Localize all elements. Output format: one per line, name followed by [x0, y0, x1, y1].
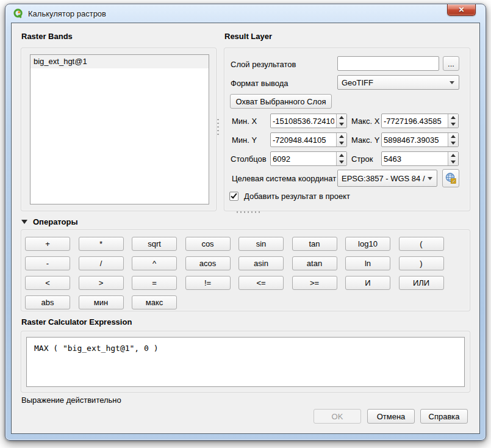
close-icon: ✕: [458, 6, 464, 13]
xmax-input[interactable]: [382, 114, 448, 128]
globe-edit-icon: [445, 172, 457, 184]
xmin-spinbox: [270, 114, 347, 128]
ok-button[interactable]: OK: [314, 409, 361, 424]
close-button[interactable]: ✕: [447, 4, 476, 16]
raster-bands-title: Raster Bands: [21, 32, 73, 41]
spin-down-button[interactable]: [448, 140, 458, 146]
raster-bands-list[interactable]: big_ext_hgt@1: [30, 54, 209, 204]
operator-button->[interactable]: >: [79, 276, 124, 290]
operator-button-acos[interactable]: acos: [185, 256, 231, 270]
chevron-down-icon: [428, 177, 432, 180]
operator-button-asin[interactable]: asin: [238, 256, 284, 270]
operator-button-cos[interactable]: cos: [185, 237, 231, 251]
expression-input[interactable]: MAX ( "big_ext_hgt@1", 0 ): [26, 337, 465, 387]
horizontal-splitter-handle[interactable]: [236, 211, 260, 214]
output-layer-label: Слой результатов: [231, 60, 296, 69]
ymax-input[interactable]: [382, 133, 448, 146]
operator-button-([interactable]: (: [399, 237, 444, 251]
operator-button->=[interactable]: >=: [292, 276, 337, 290]
operator-button-^[interactable]: ^: [132, 256, 177, 270]
operator-button-макс[interactable]: макс: [132, 295, 177, 309]
columns-label: Столбцов: [231, 154, 267, 164]
add-result-to-project-row: Добавить результат в проект: [229, 192, 350, 201]
select-crs-button[interactable]: [442, 169, 459, 187]
spin-down-button[interactable]: [337, 140, 346, 146]
titlebar[interactable]: Калькулятор растров: [5, 4, 486, 23]
expression-title: Raster Calculator Expression: [21, 317, 132, 327]
collapse-arrow-icon: [21, 220, 27, 224]
add-result-to-project-label: Добавить результат в проект: [244, 192, 350, 201]
columns-spinbox: [270, 151, 347, 166]
operator-button-/[interactable]: /: [79, 256, 124, 270]
rows-spinbox: [381, 151, 459, 166]
operator-button-*[interactable]: *: [79, 237, 124, 251]
add-result-to-project-checkbox[interactable]: [229, 192, 238, 201]
help-button[interactable]: Справка: [420, 409, 468, 424]
ymin-label: Мин. Y: [232, 135, 257, 145]
check-icon: [231, 192, 237, 199]
rows-label: Строк: [351, 154, 373, 164]
operator-button-log10[interactable]: log10: [345, 237, 390, 251]
target-crs-label: Целевая система координат: [232, 174, 336, 183]
ymax-spinbox: [381, 132, 459, 147]
cancel-button[interactable]: Отмена: [367, 409, 415, 424]
operator-button-!=[interactable]: !=: [185, 276, 231, 290]
operator-button-sqrt[interactable]: sqrt: [132, 237, 177, 251]
operator-button-И[interactable]: И: [345, 276, 390, 290]
raster-band-item[interactable]: big_ext_hgt@1: [30, 55, 209, 68]
spin-down-button[interactable]: [448, 121, 458, 128]
vertical-splitter-handle[interactable]: [217, 118, 220, 135]
output-format-combo[interactable]: GeoTIFF: [337, 75, 459, 90]
raster-calculator-window: Калькулятор растров ✕ Raster Bands big_e…: [5, 4, 486, 441]
operator-button-=[interactable]: =: [132, 276, 177, 290]
output-format-value: GeoTIFF: [342, 78, 373, 87]
operator-button-<[interactable]: <: [25, 276, 70, 290]
expression-group: MAX ( "big_ext_hgt@1", 0 ): [21, 331, 470, 392]
target-crs-combo[interactable]: EPSG:3857 - WGS 84 /: [337, 170, 437, 187]
ymax-label: Макс. Y: [351, 135, 379, 145]
operator-button--[interactable]: -: [25, 256, 70, 270]
spin-up-button[interactable]: [448, 114, 458, 121]
operator-button-ИЛИ[interactable]: ИЛИ: [399, 276, 444, 290]
operator-button-+[interactable]: +: [25, 237, 70, 251]
spin-up-button[interactable]: [337, 133, 346, 140]
operator-button-)[interactable]: ): [399, 256, 444, 270]
operator-button-tan[interactable]: tan: [292, 237, 337, 251]
xmin-label: Мин. X: [232, 117, 257, 126]
ymin-input[interactable]: [271, 133, 336, 146]
dialog-body: Raster Bands big_ext_hgt@1 Result Layer …: [11, 23, 480, 434]
browse-button[interactable]: ...: [443, 56, 459, 71]
spin-up-button[interactable]: [337, 114, 346, 121]
spin-down-button[interactable]: [448, 159, 458, 165]
operators-group: +*sqrtcossintanlog10(-/^acosasinatanln)<…: [21, 229, 470, 311]
operator-button-atan[interactable]: atan: [292, 256, 337, 270]
spin-down-button[interactable]: [337, 159, 346, 165]
target-crs-value: EPSG:3857 - WGS 84 /: [342, 174, 425, 183]
output-layer-input[interactable]: [337, 56, 439, 71]
spin-down-button[interactable]: [337, 121, 346, 128]
spin-up-button[interactable]: [448, 152, 458, 159]
operator-button-мин[interactable]: мин: [79, 295, 124, 309]
operator-button-<=[interactable]: <=: [238, 276, 284, 290]
operators-header[interactable]: Операторы: [21, 217, 78, 226]
columns-input[interactable]: [271, 152, 336, 165]
window-title: Калькулятор растров: [28, 9, 106, 18]
operator-button-sin[interactable]: sin: [238, 237, 284, 251]
chevron-down-icon: [450, 81, 454, 84]
expression-status: Выражение действительно: [21, 396, 121, 405]
spin-up-button[interactable]: [448, 133, 458, 140]
xmax-label: Макс. X: [351, 117, 379, 126]
xmin-input[interactable]: [271, 114, 336, 128]
qgis-logo-icon: [13, 8, 24, 19]
spin-up-button[interactable]: [337, 152, 346, 159]
operator-button-abs[interactable]: abs: [25, 295, 70, 309]
xmax-spinbox: [381, 114, 459, 128]
result-layer-title: Result Layer: [224, 32, 272, 41]
rows-input[interactable]: [382, 152, 448, 165]
current-layer-extent-button[interactable]: Охват Выбранного Слоя: [230, 94, 332, 109]
operator-button-ln[interactable]: ln: [345, 256, 390, 270]
operators-grid: +*sqrtcossintanlog10(-/^acosasinatanln)<…: [25, 237, 466, 315]
ymin-spinbox: [270, 132, 347, 147]
operators-title: Операторы: [33, 217, 78, 226]
result-layer-group: Слой результатов ... Формат вывода GeoTI…: [224, 48, 470, 211]
